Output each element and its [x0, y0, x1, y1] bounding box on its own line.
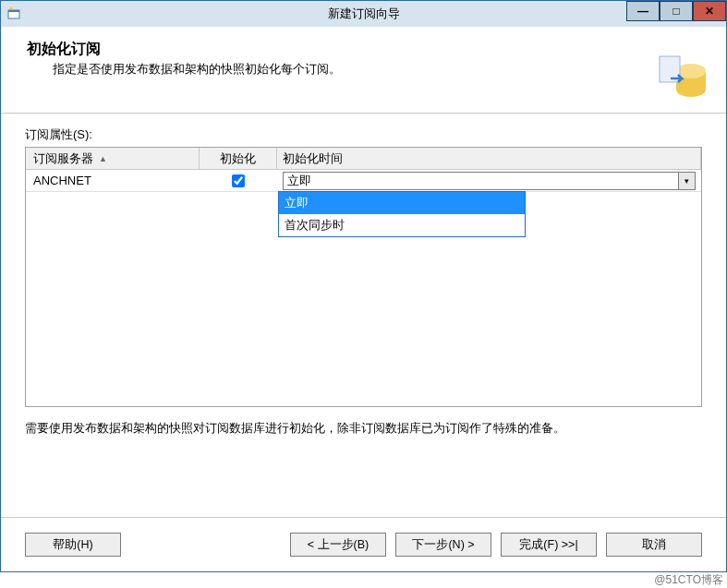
watermark: @51CTO博客 [654, 572, 723, 588]
window-controls: — □ ✕ [626, 1, 726, 21]
back-button[interactable]: < 上一步(B) [290, 533, 386, 557]
wizard-window: 新建订阅向导 — □ ✕ 初始化订阅 指定是否使用发布数据和架构的快照初始化每个… [0, 0, 727, 572]
init-time-select[interactable]: 立即 ▾ [283, 172, 696, 190]
cancel-button[interactable]: 取消 [606, 533, 702, 557]
maximize-button[interactable]: □ [660, 1, 693, 21]
cell-init-time: 立即 ▾ [277, 172, 701, 190]
column-init-label: 初始化 [220, 150, 256, 167]
wizard-icon [656, 49, 708, 101]
content-area: 订阅属性(S): 订阅服务器 ▲ 初始化 初始化时间 ANCHNET [1, 114, 726, 517]
wizard-footer: 帮助(H) < 上一步(B) 下一步(N) > 完成(F) >>| 取消 [1, 517, 726, 571]
info-note: 需要使用发布数据和架构的快照对订阅数据库进行初始化，除非订阅数据库已为订阅作了特… [25, 420, 702, 437]
init-time-value: 立即 [287, 173, 311, 189]
dropdown-option-first-sync[interactable]: 首次同步时 [279, 214, 525, 236]
help-button[interactable]: 帮助(H) [25, 533, 121, 557]
minimize-button[interactable]: — [626, 1, 660, 21]
column-init-time[interactable]: 初始化时间 [277, 148, 701, 169]
chevron-down-icon: ▾ [678, 173, 695, 189]
cell-server: ANCHNET [26, 174, 200, 187]
grid-header: 订阅服务器 ▲ 初始化 初始化时间 [26, 148, 701, 170]
properties-label: 订阅属性(S): [25, 126, 702, 143]
table-row: ANCHNET 立即 ▾ [26, 170, 701, 192]
close-button[interactable]: ✕ [693, 1, 726, 21]
cell-init [200, 174, 277, 187]
column-server[interactable]: 订阅服务器 ▲ [26, 148, 200, 169]
next-button[interactable]: 下一步(N) > [395, 533, 491, 557]
column-init[interactable]: 初始化 [200, 148, 277, 169]
column-server-label: 订阅服务器 [33, 150, 93, 167]
init-checkbox[interactable] [232, 174, 245, 187]
page-title: 初始化订阅 [27, 40, 711, 59]
subscription-grid: 订阅服务器 ▲ 初始化 初始化时间 ANCHNET 立即 [25, 147, 702, 407]
finish-button[interactable]: 完成(F) >>| [501, 533, 597, 557]
window-title: 新建订阅向导 [1, 6, 726, 22]
column-init-time-label: 初始化时间 [283, 150, 343, 167]
init-time-dropdown: 立即 首次同步时 [278, 191, 526, 237]
page-subtitle: 指定是否使用发布数据和架构的快照初始化每个订阅。 [53, 61, 711, 78]
wizard-header: 初始化订阅 指定是否使用发布数据和架构的快照初始化每个订阅。 [1, 27, 726, 114]
sort-asc-icon: ▲ [99, 154, 107, 163]
title-bar: 新建订阅向导 — □ ✕ [1, 1, 726, 27]
dropdown-option-immediate[interactable]: 立即 [279, 192, 525, 214]
